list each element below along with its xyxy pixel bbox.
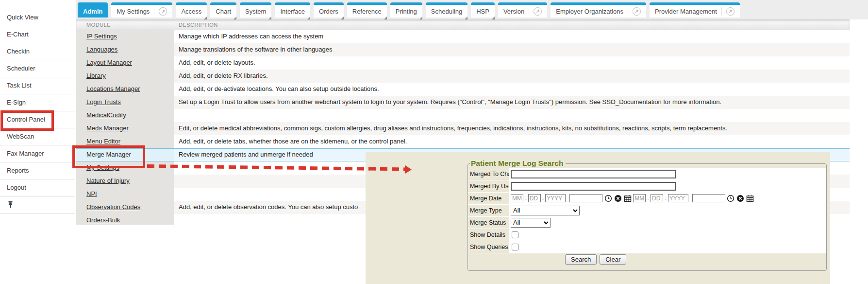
module-link[interactable]: MedicalCodify [86,111,126,119]
merge-type-select[interactable]: All [511,206,580,215]
sidebar-item[interactable]: Checkin [0,43,75,60]
merged-by-user-row: Merged By User [468,180,826,192]
popout-arrow-icon: ↗ [159,7,167,16]
description-cell [174,109,850,122]
dropdown-corner-icon[interactable] [341,17,344,19]
module-link[interactable]: Nature of Injury [86,177,130,184]
tab[interactable]: HSP [471,2,495,18]
merge-date-from-day-input[interactable] [528,194,541,202]
tab[interactable]: Printing [390,2,422,18]
sidebar-item[interactable]: Quick View [0,9,75,26]
merge-date-to-time-input[interactable] [692,194,725,202]
tab[interactable]: Provider Management ↗ [650,2,740,18]
merge-date-to-month-input[interactable] [633,194,646,202]
description-cell: Set up a Login Trust to allow users from… [174,96,850,109]
tab-popout[interactable]: ↗ [154,7,167,16]
clock-icon[interactable] [727,194,735,202]
tab[interactable]: Admin [78,2,108,18]
show-details-label: Show Details [468,229,509,241]
merge-date-from-year-input[interactable] [545,194,566,202]
merge-status-select[interactable]: All [511,218,551,228]
show-details-checkbox[interactable] [512,231,518,238]
show-queries-row: Show Queries [468,241,826,253]
dropdown-corner-icon[interactable] [465,17,467,19]
module-link[interactable]: Layout Manager [86,59,132,66]
sidebar-item[interactable]: E-Sign [0,94,75,111]
clock-icon[interactable] [604,194,612,202]
module-link[interactable]: Locations Manager [86,85,140,92]
tab[interactable]: Version ↗ [498,2,547,18]
merge-type-label: Merge Type [468,204,509,216]
table-header: MODULE DESCRIPTION [76,19,850,30]
module-link[interactable]: My Settings [86,164,119,171]
buttons-row: Search Clear [468,253,826,265]
tab-popout[interactable]: ↗ [529,7,542,16]
sidebar-item-label: Task List [7,82,32,89]
clear-circle-icon[interactable] [614,194,622,202]
sidebar-item[interactable]: E-Chart [0,26,75,43]
module-link[interactable]: Languages [86,46,117,53]
table-row: Meds Manager Edit, or delete medical abb… [76,122,850,135]
sidebar-item[interactable]: WebScan [0,128,75,145]
merge-date-from-time-input[interactable] [569,194,602,202]
dropdown-corner-icon[interactable] [307,17,310,19]
merge-date-to-day-input[interactable] [651,194,663,202]
merged-to-chart-label: Merged To Chart [468,168,509,180]
tab-popout[interactable]: ↗ [628,7,641,16]
module-cell: Nature of Injury [76,175,174,188]
sidebar-item[interactable]: Reports [0,162,75,179]
sidebar-item[interactable]: Scheduler [0,60,75,77]
tab[interactable]: Chart [210,2,236,18]
tab[interactable]: Scheduling [426,2,467,18]
calendar-icon[interactable] [623,194,632,202]
module-link[interactable]: Menu Editor [86,138,120,145]
module-link[interactable]: Merge Manager [86,151,131,158]
sidebar-item-label: E-Sign [7,99,26,106]
tab[interactable]: Access [176,2,207,18]
merge-date-label: Merge Date [468,192,509,204]
module-link[interactable]: NPI [86,190,97,197]
clear-button[interactable]: Clear [600,254,626,265]
module-cell: Login Trusts [76,96,174,109]
table-row: Layout Manager Add, edit, or delete layo… [76,56,850,70]
popout-arrow-icon: ↗ [534,7,542,16]
tab-bar: Admin My Settings ↗ Access Chart [76,0,868,18]
calendar-icon[interactable] [746,194,754,202]
dropdown-corner-icon[interactable] [384,17,387,19]
tab[interactable]: Employer Organizations ↗ [551,2,646,18]
merge-search-fieldset: Patient Merge Log Search Merged To Chart… [467,159,827,271]
sidebar-item-label: WebScan [7,133,34,140]
clear-circle-icon[interactable] [736,194,745,202]
module-link[interactable]: IP Settings [86,33,117,40]
dropdown-corner-icon[interactable] [419,17,422,19]
tab[interactable]: My Settings ↗ [111,2,172,18]
tab[interactable]: Orders [314,2,344,18]
sidebar-item[interactable]: Fax Manager [0,145,75,162]
module-link[interactable]: Library [86,72,106,79]
sidebar-item[interactable]: Control Panel [0,111,75,128]
dropdown-corner-icon[interactable] [234,17,236,19]
tab-label: Printing [396,8,417,15]
dropdown-corner-icon[interactable] [268,17,271,19]
module-link[interactable]: Orders-Bulk [86,216,120,224]
dropdown-corner-icon[interactable] [204,17,207,19]
show-queries-checkbox[interactable] [512,244,518,250]
module-link[interactable]: Observation Codes [86,203,140,211]
tab[interactable]: Reference [347,2,387,18]
sidebar-item-pin[interactable] [0,196,75,213]
merge-date-to-year-input[interactable] [668,194,688,202]
merged-to-chart-input[interactable] [511,170,676,178]
tab-popout[interactable]: ↗ [721,7,734,16]
tab[interactable]: System [240,2,271,18]
merged-by-user-input[interactable] [511,182,676,191]
module-cell: MedicalCodify [76,109,174,122]
tab-label: HSP [476,8,489,15]
module-link[interactable]: Meds Manager [86,124,129,132]
search-button[interactable]: Search [565,254,597,265]
sidebar-item[interactable]: Logout [0,179,75,196]
tab[interactable]: Interface [275,2,310,18]
dropdown-corner-icon[interactable] [492,17,495,19]
sidebar-item[interactable]: Task List [0,77,75,94]
merge-date-from-month-input[interactable] [511,194,523,202]
module-link[interactable]: Login Trusts [86,98,121,106]
